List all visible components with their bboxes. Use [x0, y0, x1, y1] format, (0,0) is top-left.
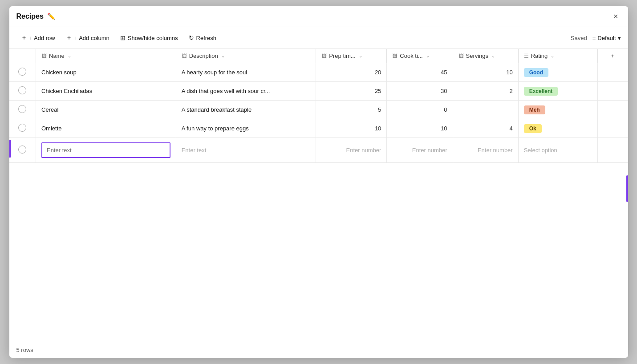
th-prep-time[interactable]: 🖼 Prep tim... ⌄: [316, 49, 387, 63]
new-desc-placeholder[interactable]: Enter text: [182, 147, 207, 154]
th-description[interactable]: 🖼 Description ⌄: [176, 49, 316, 63]
new-prep-cell[interactable]: Enter number: [316, 138, 387, 163]
name-sort-icon: ⌄: [68, 53, 71, 58]
new-extra-cell: [597, 138, 628, 163]
servings-cell-3: 4: [453, 119, 518, 138]
prep-cell-1: 25: [316, 82, 387, 101]
new-servings-placeholder[interactable]: Enter number: [478, 147, 513, 154]
extra-cell-0: [597, 63, 628, 82]
add-column-button[interactable]: ＋ + Add column: [61, 32, 114, 44]
new-cook-placeholder[interactable]: Enter number: [412, 147, 447, 154]
show-hide-button[interactable]: ⊞ Show/hide columns: [116, 32, 183, 44]
new-row-check: [9, 138, 36, 163]
add-column-icon: +: [611, 53, 615, 59]
row-radio-2[interactable]: [18, 105, 26, 113]
edit-icon[interactable]: ✏️: [47, 12, 56, 20]
rating-col-icon: ☰: [524, 53, 529, 59]
th-rating[interactable]: ☰ Rating ⌄: [518, 49, 597, 63]
default-view-button[interactable]: ≡ Default ▾: [592, 35, 621, 41]
cook-cell-2: 0: [387, 101, 453, 119]
modal-header: Recipes ✏️ ×: [9, 6, 628, 27]
show-hide-icon: ⊞: [120, 34, 126, 41]
recipes-modal: Recipes ✏️ × ＋ + Add row ＋ + Add column …: [9, 6, 628, 358]
cook-cell-1: 30: [387, 82, 453, 101]
desc-cell-2: A standard breakfast staple: [176, 101, 316, 119]
sidebar-indicator: [9, 140, 11, 158]
name-cell-0: Chicken soup: [36, 63, 176, 82]
extra-cell-2: [597, 101, 628, 119]
servings-cell-0: 10: [453, 63, 518, 82]
chevron-down-icon: ▾: [618, 35, 621, 41]
th-check: [9, 49, 36, 63]
rating-badge-3: Ok: [524, 124, 542, 133]
cook-cell-3: 10: [387, 119, 453, 138]
row-check-cell-1[interactable]: [9, 82, 36, 101]
rating-badge-0: Good: [524, 68, 548, 77]
servings-cell-1: 2: [453, 82, 518, 101]
rating-badge-1: Excellent: [524, 87, 558, 96]
name-col-icon: 🖼: [41, 53, 47, 59]
row-radio-1[interactable]: [18, 86, 26, 94]
rating-badge-2: Meh: [524, 105, 545, 114]
new-row-radio[interactable]: [18, 146, 26, 154]
th-cook-time[interactable]: 🖼 Cook ti... ⌄: [387, 49, 453, 63]
rating-cell-1: Excellent: [518, 82, 597, 101]
list-icon: ≡: [592, 35, 596, 41]
table-container: 🖼 Name ⌄ 🖼 Description ⌄: [9, 49, 628, 342]
prep-cell-2: 5: [316, 101, 387, 119]
row-check-cell-2[interactable]: [9, 101, 36, 119]
table-row: Chicken soup A hearty soup for the soul …: [9, 63, 628, 82]
prep-cell-3: 10: [316, 119, 387, 138]
refresh-button[interactable]: ↻ Refresh: [184, 32, 221, 44]
row-check-cell-3[interactable]: [9, 119, 36, 138]
servings-sort-icon: ⌄: [491, 53, 495, 58]
rating-cell-0: Good: [518, 63, 597, 82]
scroll-indicator: [626, 175, 628, 202]
saved-label: Saved: [571, 35, 587, 41]
new-prep-placeholder[interactable]: Enter number: [346, 147, 381, 154]
name-cell-3: Omlette: [36, 119, 176, 138]
new-desc-cell[interactable]: Enter text: [176, 138, 316, 163]
table-row: Omlette A fun way to prepare eggs 10 10 …: [9, 119, 628, 138]
table-footer: 5 rows: [9, 342, 628, 358]
table-row: Chicken Enchiladas A dish that goes well…: [9, 82, 628, 101]
name-cell-2: Cereal: [36, 101, 176, 119]
name-cell-1: Chicken Enchiladas: [36, 82, 176, 101]
new-servings-cell[interactable]: Enter number: [453, 138, 518, 163]
rating-sort-icon: ⌄: [551, 53, 554, 58]
servings-cell-2: [453, 101, 518, 119]
new-cook-cell[interactable]: Enter number: [387, 138, 453, 163]
row-count-label: 5 rows: [16, 347, 33, 353]
new-name-input[interactable]: [41, 142, 170, 158]
prep-col-icon: 🖼: [321, 53, 327, 59]
row-check-cell-0[interactable]: [9, 63, 36, 82]
extra-cell-1: [597, 82, 628, 101]
desc-cell-0: A hearty soup for the soul: [176, 63, 316, 82]
table-header-row: 🖼 Name ⌄ 🖼 Description ⌄: [9, 49, 628, 63]
toolbar-right: Saved ≡ Default ▾: [571, 35, 621, 41]
close-button[interactable]: ×: [611, 12, 621, 21]
rating-cell-2: Meh: [518, 101, 597, 119]
extra-cell-3: [597, 119, 628, 138]
desc-cell-3: A fun way to prepare eggs: [176, 119, 316, 138]
toolbar: ＋ + Add row ＋ + Add column ⊞ Show/hide c…: [9, 27, 628, 49]
desc-cell-1: A dish that goes well with sour cr...: [176, 82, 316, 101]
desc-sort-icon: ⌄: [221, 53, 225, 58]
th-add-column[interactable]: +: [597, 49, 628, 63]
prep-cell-0: 20: [316, 63, 387, 82]
recipes-table: 🖼 Name ⌄ 🖼 Description ⌄: [9, 49, 628, 163]
th-name[interactable]: 🖼 Name ⌄: [36, 49, 176, 63]
plus-icon: ＋: [21, 34, 27, 42]
th-servings[interactable]: 🖼 Servings ⌄: [453, 49, 518, 63]
add-row-button[interactable]: ＋ + Add row: [16, 32, 60, 44]
new-name-cell[interactable]: [36, 138, 176, 163]
refresh-icon: ↻: [189, 34, 194, 41]
desc-col-icon: 🖼: [182, 53, 187, 59]
modal-title: Recipes: [16, 12, 44, 20]
new-rating-placeholder[interactable]: Select option: [524, 147, 557, 154]
new-row: Enter text Enter number Enter number Ent…: [9, 138, 628, 163]
rating-cell-3: Ok: [518, 119, 597, 138]
row-radio-3[interactable]: [18, 124, 26, 132]
new-rating-cell[interactable]: Select option: [518, 138, 597, 163]
row-radio-0[interactable]: [18, 68, 26, 76]
